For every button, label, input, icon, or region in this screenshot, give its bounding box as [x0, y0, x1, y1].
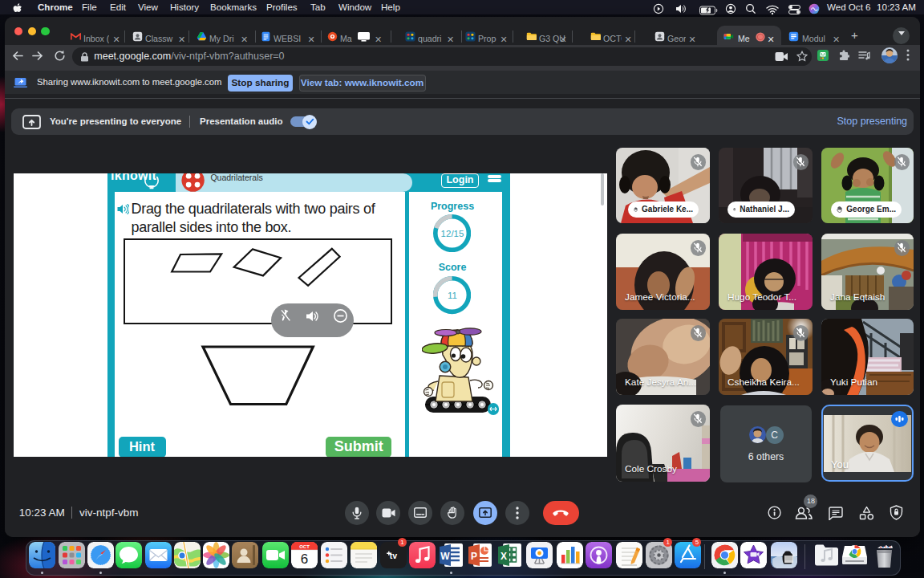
svg-text:tv: tv — [390, 551, 397, 560]
svg-text:6: 6 — [301, 552, 308, 567]
svg-text:W: W — [441, 550, 451, 561]
svg-text:OCT: OCT — [299, 543, 310, 548]
svg-text:P: P — [471, 550, 477, 561]
svg-text:X: X — [500, 550, 506, 561]
